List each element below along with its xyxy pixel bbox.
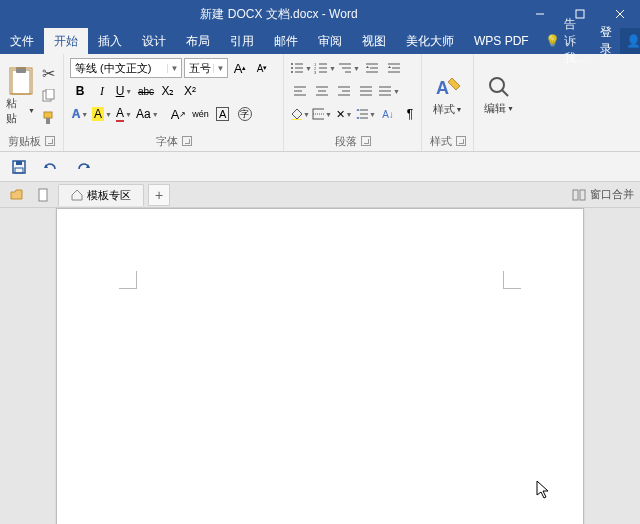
tab-references[interactable]: 引用 bbox=[220, 28, 264, 54]
shrink-font-button[interactable]: A▾ bbox=[252, 58, 272, 78]
svg-line-57 bbox=[502, 90, 508, 96]
svg-marker-31 bbox=[388, 66, 391, 68]
svg-rect-10 bbox=[46, 118, 50, 124]
new-doc-button[interactable] bbox=[32, 185, 54, 205]
font-size-value: 五号 bbox=[185, 61, 213, 76]
copy-button[interactable] bbox=[39, 87, 57, 105]
justify-button[interactable] bbox=[356, 81, 376, 101]
copy-icon bbox=[41, 89, 55, 103]
editing-button[interactable]: 编辑▼ bbox=[480, 58, 518, 133]
window-merge-button[interactable]: 窗口合并 bbox=[572, 187, 634, 202]
tab-wpspdf[interactable]: WPS PDF bbox=[464, 28, 539, 54]
subscript-button[interactable]: X₂ bbox=[158, 81, 178, 101]
shading-button[interactable]: ▼ bbox=[290, 104, 310, 124]
superscript-button[interactable]: X² bbox=[180, 81, 200, 101]
undo-icon bbox=[43, 159, 59, 175]
tell-me[interactable]: 💡 告诉我... bbox=[539, 28, 592, 54]
spacing-icon bbox=[356, 108, 368, 120]
borders-button[interactable]: ▼ bbox=[312, 104, 332, 124]
styles-group-label: 样式 bbox=[430, 134, 452, 149]
tab-beautify[interactable]: 美化大师 bbox=[396, 28, 464, 54]
numbering-button[interactable]: 123▼ bbox=[314, 58, 336, 78]
paste-label: 粘贴 bbox=[6, 96, 27, 126]
styles-button[interactable]: A 样式▼ bbox=[428, 58, 467, 133]
distribute-button[interactable]: ▼ bbox=[378, 81, 400, 101]
minimize-button[interactable] bbox=[520, 0, 560, 28]
redo-button[interactable] bbox=[74, 158, 92, 176]
margin-corner-tr bbox=[503, 271, 521, 289]
format-painter-button[interactable] bbox=[39, 109, 57, 127]
login-button[interactable]: 登录 bbox=[592, 28, 620, 54]
brush-icon bbox=[41, 111, 55, 125]
window-merge-label: 窗口合并 bbox=[590, 187, 634, 202]
home-icon bbox=[71, 189, 83, 201]
align-right-button[interactable] bbox=[334, 81, 354, 101]
asian-layout-button[interactable]: ✕▼ bbox=[334, 104, 354, 124]
tell-me-label: 告诉我... bbox=[564, 16, 586, 67]
bold-button[interactable]: B bbox=[70, 81, 90, 101]
svg-rect-9 bbox=[44, 112, 52, 118]
template-tab[interactable]: 模板专区 bbox=[58, 184, 144, 206]
folder-open-icon bbox=[10, 188, 24, 202]
clipboard-launcher[interactable] bbox=[45, 136, 55, 146]
svg-point-11 bbox=[291, 63, 293, 65]
tab-review[interactable]: 审阅 bbox=[308, 28, 352, 54]
save-button[interactable] bbox=[10, 158, 28, 176]
tab-mailings[interactable]: 邮件 bbox=[264, 28, 308, 54]
italic-button[interactable]: I bbox=[92, 81, 112, 101]
new-tab-button[interactable]: + bbox=[148, 184, 170, 206]
highlight-button[interactable]: A▼ bbox=[92, 104, 112, 124]
bucket-icon bbox=[290, 108, 302, 120]
nav-back-button[interactable] bbox=[6, 185, 28, 205]
align-center-button[interactable] bbox=[312, 81, 332, 101]
text-effects-button[interactable]: A▼ bbox=[70, 104, 90, 124]
indent-icon bbox=[387, 62, 401, 74]
clear-format-button[interactable]: A↗ bbox=[169, 104, 189, 124]
multilevel-button[interactable]: ▼ bbox=[338, 58, 360, 78]
tab-insert[interactable]: 插入 bbox=[88, 28, 132, 54]
bullets-button[interactable]: ▼ bbox=[290, 58, 312, 78]
svg-text:A: A bbox=[436, 78, 449, 98]
underline-button[interactable]: U▼ bbox=[114, 81, 134, 101]
save-icon bbox=[11, 159, 27, 175]
svg-point-15 bbox=[291, 71, 293, 73]
strikethrough-button[interactable]: abc bbox=[136, 81, 156, 101]
tab-view[interactable]: 视图 bbox=[352, 28, 396, 54]
phonetic-button[interactable]: wén bbox=[191, 104, 211, 124]
show-marks-button[interactable]: ¶ bbox=[400, 104, 420, 124]
font-size-combo[interactable]: 五号▼ bbox=[184, 58, 228, 78]
cut-button[interactable]: ✂ bbox=[39, 65, 57, 83]
tab-home[interactable]: 开始 bbox=[44, 28, 88, 54]
align-left-button[interactable] bbox=[290, 81, 310, 101]
sort-button[interactable]: A↓ bbox=[378, 104, 398, 124]
tab-layout[interactable]: 布局 bbox=[176, 28, 220, 54]
line-spacing-button[interactable]: ▼ bbox=[356, 104, 376, 124]
styles-launcher[interactable] bbox=[456, 136, 466, 146]
share-button[interactable]: 👤 共 bbox=[620, 28, 640, 54]
char-border-button[interactable]: A bbox=[213, 104, 233, 124]
svg-rect-65 bbox=[580, 190, 585, 200]
redo-icon bbox=[75, 159, 91, 175]
svg-rect-50 bbox=[313, 109, 324, 119]
increase-indent-button[interactable] bbox=[384, 58, 404, 78]
tab-file[interactable]: 文件 bbox=[0, 28, 44, 54]
decrease-indent-button[interactable] bbox=[362, 58, 382, 78]
distribute-icon bbox=[378, 85, 392, 97]
font-color-button[interactable]: A▼ bbox=[114, 104, 134, 124]
window-title: 新建 DOCX 文档.docx - Word bbox=[38, 6, 520, 23]
grow-font-button[interactable]: A▴ bbox=[230, 58, 250, 78]
svg-point-56 bbox=[490, 78, 504, 92]
font-name-combo[interactable]: 等线 (中文正文)▼ bbox=[70, 58, 182, 78]
bullets-icon bbox=[290, 62, 304, 74]
change-case-button[interactable]: Aa▼ bbox=[136, 104, 159, 124]
tab-design[interactable]: 设计 bbox=[132, 28, 176, 54]
document-page[interactable] bbox=[56, 208, 584, 524]
paragraph-launcher[interactable] bbox=[361, 136, 371, 146]
enclose-char-button[interactable]: 字 bbox=[235, 104, 255, 124]
paste-button[interactable]: 粘贴▼ bbox=[6, 58, 35, 133]
svg-marker-27 bbox=[366, 66, 369, 68]
document-area[interactable] bbox=[0, 208, 640, 524]
font-launcher[interactable] bbox=[182, 136, 192, 146]
undo-button[interactable] bbox=[42, 158, 60, 176]
svg-rect-8 bbox=[46, 89, 54, 99]
